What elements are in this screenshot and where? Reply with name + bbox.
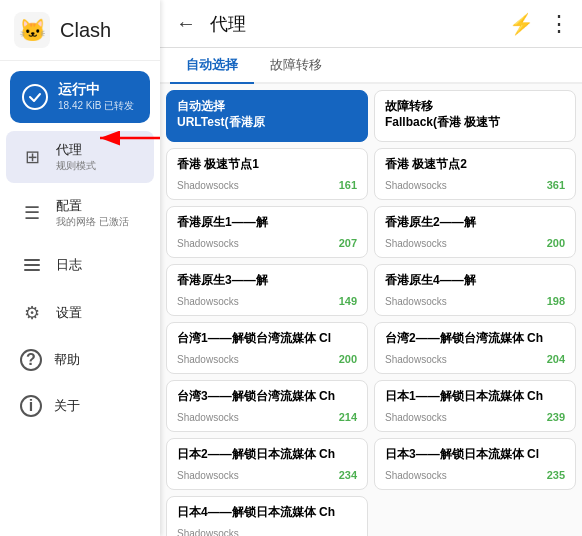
proxy-card-name: 香港原生2——解 [385,215,565,231]
proxy-card-jp-3[interactable]: 日本3——解锁日本流媒体 ClShadowsocks235 [374,438,576,490]
proxy-card-latency: 214 [339,411,357,423]
proxy-card-type: Shadowsocks [385,296,447,307]
proxy-card-latency: 200 [547,237,565,249]
back-button[interactable]: ← [172,10,200,37]
tab-fallback[interactable]: 故障转移 [254,48,338,82]
proxy-card-type: Shadowsocks [385,180,447,191]
proxy-card-type: Shadowsocks [385,238,447,249]
sidebar-header: 🐱 Clash [0,0,160,61]
config-label: 配置 [56,197,129,215]
list-icon: ☰ [20,201,44,225]
proxy-card-type: Shadowsocks [177,528,239,536]
status-traffic-label: 18.42 KiB 已转发 [58,99,134,113]
proxy-card-tw-2[interactable]: 台湾2——解锁台湾流媒体 ChShadowsocks204 [374,322,576,374]
proxy-card-name: 日本1——解锁日本流媒体 Ch [385,389,565,405]
settings-label: 设置 [56,304,82,322]
proxy-card-hk-origin-4[interactable]: 香港原生4——解Shadowsocks198 [374,264,576,316]
proxy-card-name: 日本2——解锁日本流媒体 Ch [177,447,357,463]
proxy-card-latency: 207 [339,237,357,249]
settings-icon: ⚙ [20,301,44,325]
proxy-card-jp-4[interactable]: 日本4——解锁日本流媒体 ChShadowsocks [166,496,368,536]
proxy-card-type: Shadowsocks [385,412,447,423]
proxy-sub: 规则模式 [56,159,96,173]
log-icon [20,253,44,277]
proxy-card-name: 日本3——解锁日本流媒体 Cl [385,447,565,463]
proxy-card-name: 香港原生1——解 [177,215,357,231]
proxy-card-hk-fast-2[interactable]: 香港 极速节点2Shadowsocks361 [374,148,576,200]
proxy-card-hk-origin-2[interactable]: 香港原生2——解Shadowsocks200 [374,206,576,258]
proxy-card-latency: 361 [547,179,565,191]
more-icon[interactable]: ⋮ [548,11,570,37]
proxy-card-name: 台湾3——解锁台湾流媒体 Ch [177,389,357,405]
status-card[interactable]: 运行中 18.42 KiB 已转发 [10,71,150,123]
proxy-card-type: Shadowsocks [177,470,239,481]
proxy-card-auto-select[interactable]: 自动选择 URLTest(香港原 [166,90,368,142]
proxy-card-latency: 204 [547,353,565,365]
proxy-card-type: Shadowsocks [177,412,239,423]
help-label: 帮助 [54,351,80,369]
proxy-card-type: Shadowsocks [177,180,239,191]
sidebar: 🐱 Clash 运行中 18.42 KiB 已转发 ⊞ 代理 规则模式 [0,0,160,536]
lightning-icon[interactable]: ⚡ [509,12,534,36]
proxy-card-type: Shadowsocks [177,354,239,365]
proxy-card-latency: 235 [547,469,565,481]
proxy-card-name: 香港原生3——解 [177,273,357,289]
proxy-card-latency: 239 [547,411,565,423]
proxy-card-name: 台湾2——解锁台湾流媒体 Ch [385,331,565,347]
proxy-card-hk-origin-1[interactable]: 香港原生1——解Shadowsocks207 [166,206,368,258]
right-title: 代理 [210,12,499,36]
header-icons: ⚡ ⋮ [509,11,570,37]
config-sub: 我的网络 已激活 [56,215,129,229]
proxy-card-type: Shadowsocks [177,296,239,307]
svg-text:🐱: 🐱 [19,17,47,44]
proxy-card-hk-fast-1[interactable]: 香港 极速节点1Shadowsocks161 [166,148,368,200]
proxy-card-tw-1[interactable]: 台湾1——解锁台湾流媒体 ClShadowsocks200 [166,322,368,374]
sidebar-item-proxy[interactable]: ⊞ 代理 规则模式 [6,131,154,183]
proxy-card-latency: 200 [339,353,357,365]
proxy-card-jp-1[interactable]: 日本1——解锁日本流媒体 ChShadowsocks239 [374,380,576,432]
sidebar-item-help[interactable]: ? 帮助 [6,339,154,381]
proxy-card-name: 香港原生4——解 [385,273,565,289]
help-icon: ? [20,349,42,371]
sidebar-item-log[interactable]: 日志 [6,243,154,287]
svg-rect-2 [24,259,40,261]
grid-icon: ⊞ [20,145,44,169]
proxy-card-hk-origin-3[interactable]: 香港原生3——解Shadowsocks149 [166,264,368,316]
status-text: 运行中 18.42 KiB 已转发 [58,81,134,113]
svg-rect-4 [24,269,40,271]
tab-auto-select[interactable]: 自动选择 [170,48,254,82]
proxy-card-latency: 149 [339,295,357,307]
log-label: 日志 [56,256,82,274]
proxy-card-latency: 234 [339,469,357,481]
app-logo: 🐱 [14,12,50,48]
info-icon: i [20,395,42,417]
app-title: Clash [60,19,111,42]
proxy-card-fallback-select[interactable]: 故障转移 Fallback(香港 极速节 [374,90,576,142]
tabs-bar: 自动选择 故障转移 [160,48,582,84]
proxy-card-name: 香港 极速节点2 [385,157,565,173]
right-header: ← 代理 ⚡ ⋮ [160,0,582,48]
proxy-grid: 自动选择 URLTest(香港原故障转移 Fallback(香港 极速节香港 极… [160,84,582,536]
status-running-label: 运行中 [58,81,134,99]
proxy-card-type: Shadowsocks [385,470,447,481]
proxy-card-name: 台湾1——解锁台湾流媒体 Cl [177,331,357,347]
proxy-card-type: Shadowsocks [385,354,447,365]
sidebar-item-about[interactable]: i 关于 [6,385,154,427]
about-label: 关于 [54,397,80,415]
proxy-card-latency: 161 [339,179,357,191]
sidebar-item-config[interactable]: ☰ 配置 我的网络 已激活 [6,187,154,239]
sidebar-item-settings[interactable]: ⚙ 设置 [6,291,154,335]
proxy-card-tw-3[interactable]: 台湾3——解锁台湾流媒体 ChShadowsocks214 [166,380,368,432]
proxy-label: 代理 [56,141,96,159]
proxy-card-name: 自动选择 URLTest(香港原 [177,99,357,130]
proxy-card-name: 日本4——解锁日本流媒体 Ch [177,505,357,521]
proxy-card-type: Shadowsocks [177,238,239,249]
svg-rect-3 [24,264,40,266]
proxy-card-latency: 198 [547,295,565,307]
proxy-card-name: 香港 极速节点1 [177,157,357,173]
right-panel: ← 代理 ⚡ ⋮ 自动选择 故障转移 自动选择 URLTest(香港原故障转移 … [160,0,582,536]
proxy-card-name: 故障转移 Fallback(香港 极速节 [385,99,565,130]
proxy-card-jp-2[interactable]: 日本2——解锁日本流媒体 ChShadowsocks234 [166,438,368,490]
status-check-icon [22,84,48,110]
